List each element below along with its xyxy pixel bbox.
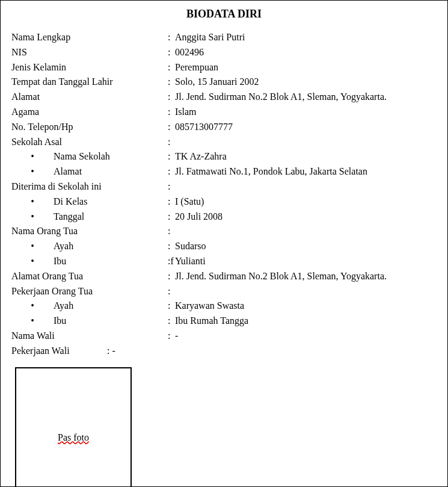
label-sekolah-asal-alamat: Alamat (54, 164, 168, 179)
label-telepon: No. Telepon/Hp (11, 120, 168, 135)
separator-colon: : (168, 314, 175, 329)
label-ortu-ibu: Ibu (54, 254, 168, 269)
field-nama-wali: Nama Wali : - (11, 329, 437, 344)
field-telepon: No. Telepon/Hp : 085713007777 (11, 120, 437, 135)
field-pekerjaan-ibu: • Ibu : Ibu Rumah Tangga (11, 314, 437, 329)
value-pekerjaan-ibu: Ibu Rumah Tangga (175, 314, 437, 329)
separator-colon: : (168, 75, 175, 90)
label-sekolah-asal: Sekolah Asal (11, 135, 168, 150)
bullet-icon: • (11, 209, 54, 225)
field-sekolah-asal-nama: • Nama Sekolah : TK Az-Zahra (11, 149, 437, 164)
field-jenis-kelamin: Jenis Kelamin : Perempuan (11, 60, 437, 75)
label-diterima-kelas: Di Kelas (54, 194, 168, 209)
separator-colon: : (168, 105, 175, 120)
field-ttl: Tempat dan Tanggal Lahir : Solo, 15 Janu… (11, 75, 437, 90)
photo-placeholder-box: Pas foto (15, 367, 132, 487)
bullet-icon: • (11, 254, 54, 269)
separator-colon: : (168, 299, 175, 314)
field-sekolah-asal-alamat: • Alamat : Jl. Fatmawati No.1, Pondok La… (11, 164, 437, 179)
separator-colon: : (168, 329, 175, 344)
separator-colon: : (168, 90, 175, 105)
field-agama: Agama : Islam (11, 105, 437, 120)
value-diterima-kelas: I (Satu) (175, 194, 437, 209)
separator-colon: : (168, 120, 175, 135)
separator-colon: : (168, 239, 175, 254)
value-diterima-tanggal: 20 Juli 2008 (175, 209, 437, 225)
separator-colon: : (168, 194, 175, 209)
separator-colon: : (168, 60, 175, 75)
label-alamat: Alamat (11, 90, 168, 105)
photo-placeholder-label: Pas foto (58, 432, 89, 443)
label-pekerjaan-ibu: Ibu (54, 314, 168, 329)
value-alamat: Jl. Jend. Sudirman No.2 Blok A1, Sleman,… (175, 90, 437, 105)
value-jenis-kelamin: Perempuan (175, 60, 437, 75)
document-frame: BIODATA DIRI Nama Lengkap : Anggita Sari… (0, 0, 448, 487)
bullet-icon: • (11, 194, 54, 209)
bullet-icon: • (11, 239, 54, 254)
value-nama-lengkap: Anggita Sari Putri (175, 30, 437, 45)
bullet-icon: • (11, 164, 54, 179)
field-ortu-ibu: • Ibu :f Yulianti (11, 254, 437, 269)
label-ttl: Tempat dan Tanggal Lahir (11, 75, 168, 90)
separator-colon: : (168, 164, 175, 179)
value-pekerjaan-wali: : - (107, 346, 115, 356)
field-pekerjaan-ayah: • Ayah : Karyawan Swasta (11, 299, 437, 314)
separator-colon: : (168, 149, 175, 164)
label-sekolah-asal-nama: Nama Sekolah (54, 149, 168, 164)
separator-colon: : (168, 30, 175, 45)
bullet-icon: • (11, 299, 54, 314)
label-nama-wali: Nama Wali (11, 329, 168, 344)
field-pekerjaan-wali: Pekerjaan Wali : - (11, 344, 437, 359)
label-pekerjaan-ortu: Pekerjaan Orang Tua (11, 284, 168, 299)
field-nis: NIS : 002496 (11, 45, 437, 60)
value-pekerjaan-ayah: Karyawan Swasta (175, 299, 437, 314)
label-pekerjaan-ayah: Ayah (54, 299, 168, 314)
separator-colon: : (168, 284, 175, 299)
value-alamat-ortu: Jl. Jend. Sudirman No.2 Blok A1, Sleman,… (175, 269, 437, 284)
field-pekerjaan-ortu: Pekerjaan Orang Tua : (11, 284, 437, 299)
separator-colon: :f (168, 254, 175, 269)
label-ortu-ayah: Ayah (54, 239, 168, 254)
bullet-icon: • (11, 149, 54, 164)
value-nis: 002496 (175, 45, 437, 60)
separator-colon: : (168, 224, 175, 239)
value-sekolah-asal-alamat: Jl. Fatmawati No.1, Pondok Labu, Jakarta… (175, 164, 437, 179)
field-diterima-tanggal: • Tanggal : 20 Juli 2008 (11, 209, 437, 225)
value-nama-wali: - (175, 329, 437, 344)
label-nama-lengkap: Nama Lengkap (11, 30, 168, 45)
label-jenis-kelamin: Jenis Kelamin (11, 60, 168, 75)
value-sekolah-asal-nama: TK Az-Zahra (175, 149, 437, 164)
value-ttl: Solo, 15 Januari 2002 (175, 75, 437, 90)
field-diterima: Diterima di Sekolah ini : (11, 179, 437, 194)
separator-colon: : (168, 135, 175, 150)
value-telepon: 085713007777 (175, 120, 437, 135)
field-nama-lengkap: Nama Lengkap : Anggita Sari Putri (11, 30, 437, 45)
separator-colon: : (168, 45, 175, 60)
bullet-icon: • (11, 314, 54, 329)
field-sekolah-asal: Sekolah Asal : (11, 135, 437, 150)
field-ortu-ayah: • Ayah : Sudarso (11, 239, 437, 254)
field-alamat: Alamat : Jl. Jend. Sudirman No.2 Blok A1… (11, 90, 437, 105)
label-diterima: Diterima di Sekolah ini (11, 179, 168, 194)
separator-colon: : (168, 269, 175, 284)
field-nama-ortu: Nama Orang Tua : (11, 224, 437, 239)
document-title: BIODATA DIRI (11, 8, 437, 20)
value-ortu-ibu: Yulianti (175, 254, 437, 269)
separator-colon: : (168, 209, 175, 225)
label-diterima-tanggal: Tanggal (54, 209, 168, 225)
label-pekerjaan-wali: Pekerjaan Wali (11, 344, 105, 359)
label-agama: Agama (11, 105, 168, 120)
label-alamat-ortu: Alamat Orang Tua (11, 269, 168, 284)
label-nis: NIS (11, 45, 168, 60)
label-nama-ortu: Nama Orang Tua (11, 224, 168, 239)
value-agama: Islam (175, 105, 437, 120)
field-alamat-ortu: Alamat Orang Tua : Jl. Jend. Sudirman No… (11, 269, 437, 284)
value-ortu-ayah: Sudarso (175, 239, 437, 254)
field-diterima-kelas: • Di Kelas : I (Satu) (11, 194, 437, 209)
separator-colon: : (168, 179, 175, 194)
